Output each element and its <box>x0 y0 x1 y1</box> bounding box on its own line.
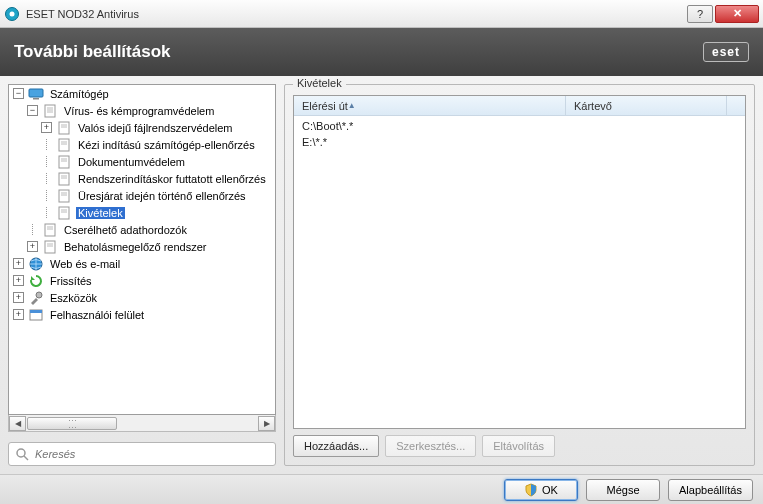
button-label: Eltávolítás <box>493 440 544 452</box>
tree-line <box>41 173 52 184</box>
globe-icon <box>28 256 44 272</box>
default-button[interactable]: Alapbeállítás <box>668 479 753 501</box>
cancel-button[interactable]: Mégse <box>586 479 660 501</box>
listview-body[interactable]: C:\Boot\*.* E:\*.* <box>294 116 745 428</box>
svg-rect-17 <box>59 173 69 185</box>
brand-logo: eset <box>703 42 749 62</box>
list-item-label: C:\Boot\*.* <box>302 120 353 132</box>
exclusions-listview[interactable]: Elérési út ▲ Kártevő C:\Boot\*.* E:\*.* <box>293 95 746 429</box>
computer-icon <box>28 86 44 102</box>
svg-point-1 <box>10 11 15 16</box>
tree-label: Valós idejű fájlrendszervédelem <box>76 122 235 134</box>
svg-rect-20 <box>59 190 69 202</box>
tree-label: Üresjárat idején történő ellenőrzés <box>76 190 248 202</box>
tree-node-idle[interactable]: Üresjárat idején történő ellenőrzés <box>9 187 275 204</box>
header-band: További beállítások eset <box>0 28 763 76</box>
svg-rect-3 <box>33 98 39 100</box>
tree-horizontal-scrollbar[interactable]: ◀ ▶ <box>8 415 276 432</box>
search-input[interactable] <box>35 448 269 460</box>
close-button[interactable]: ✕ <box>715 5 759 23</box>
search-box[interactable] <box>8 442 276 466</box>
tree-node-ui[interactable]: + Felhasználói felület <box>9 306 275 323</box>
tree-node-computer[interactable]: − Számítógép <box>9 85 275 102</box>
window-title: ESET NOD32 Antivirus <box>26 8 687 20</box>
footer: OK Mégse Alapbeállítás <box>0 474 763 504</box>
document-icon <box>56 137 72 153</box>
ok-button[interactable]: OK <box>504 479 578 501</box>
tree-node-update[interactable]: + Frissítés <box>9 272 275 289</box>
document-icon <box>56 154 72 170</box>
column-path[interactable]: Elérési út ▲ <box>294 96 566 115</box>
button-label: OK <box>542 484 558 496</box>
remove-button[interactable]: Eltávolítás <box>482 435 555 457</box>
svg-point-36 <box>17 449 25 457</box>
right-column: Kivételek Elérési út ▲ Kártevő C:\Boot\*… <box>284 84 755 466</box>
tree-label: Frissítés <box>48 275 94 287</box>
collapse-icon[interactable]: − <box>13 88 24 99</box>
svg-rect-23 <box>59 207 69 219</box>
tree-node-docprot[interactable]: Dokumentumvédelem <box>9 153 275 170</box>
window-icon <box>28 307 44 323</box>
expand-icon[interactable]: + <box>27 241 38 252</box>
document-icon <box>56 120 72 136</box>
edit-button[interactable]: Szerkesztés... <box>385 435 476 457</box>
add-button[interactable]: Hozzáadás... <box>293 435 379 457</box>
left-column: − Számítógép − <box>8 84 276 466</box>
document-icon <box>56 205 72 221</box>
scroll-thumb[interactable] <box>27 417 117 430</box>
tree-line <box>27 224 38 235</box>
page-title: További beállítások <box>14 42 703 62</box>
column-label: Kártevő <box>574 100 612 112</box>
expand-icon[interactable]: + <box>13 258 24 269</box>
document-icon <box>42 222 58 238</box>
column-threat[interactable]: Kártevő <box>566 96 727 115</box>
title-bar: ESET NOD32 Antivirus ? ✕ <box>0 0 763 28</box>
list-item-label: E:\*.* <box>302 136 327 148</box>
tree-node-hips[interactable]: + Behatolásmegelőző rendszer <box>9 238 275 255</box>
collapse-icon[interactable]: − <box>27 105 38 116</box>
tree-node-tools[interactable]: + Eszközök <box>9 289 275 306</box>
tree-line <box>41 207 52 218</box>
scroll-track[interactable] <box>26 416 258 431</box>
button-label: Hozzáadás... <box>304 440 368 452</box>
tree-node-removable[interactable]: Cserélhető adathordozók <box>9 221 275 238</box>
search-icon <box>15 447 29 461</box>
button-label: Mégse <box>606 484 639 496</box>
settings-tree[interactable]: − Számítógép − <box>8 84 276 415</box>
svg-line-37 <box>24 456 28 460</box>
list-item[interactable]: E:\*.* <box>302 134 737 150</box>
svg-rect-29 <box>45 241 55 253</box>
tree-label: Cserélhető adathordozók <box>62 224 189 236</box>
exclusions-button-row: Hozzáadás... Szerkesztés... Eltávolítás <box>293 435 746 457</box>
tree-node-ondemand[interactable]: Kézi indítású számítógép-ellenőrzés <box>9 136 275 153</box>
tree-line <box>41 156 52 167</box>
tree-node-av-spy[interactable]: − Vírus- és kémprogramvédelem <box>9 102 275 119</box>
svg-rect-26 <box>45 224 55 236</box>
list-item[interactable]: C:\Boot\*.* <box>302 118 737 134</box>
svg-point-33 <box>36 292 42 298</box>
tree-label: Vírus- és kémprogramvédelem <box>62 105 216 117</box>
scroll-right-button[interactable]: ▶ <box>258 416 275 431</box>
tree-label: Behatolásmegelőző rendszer <box>62 241 208 253</box>
expand-icon[interactable]: + <box>13 292 24 303</box>
tree-label: Kivételek <box>76 207 125 219</box>
expand-icon[interactable]: + <box>13 275 24 286</box>
tree-node-realtime[interactable]: + Valós idejű fájlrendszervédelem <box>9 119 275 136</box>
tree-line <box>41 190 52 201</box>
scroll-left-button[interactable]: ◀ <box>9 416 26 431</box>
tree-node-web-email[interactable]: + Web és e-mail <box>9 255 275 272</box>
tree-label: Web és e-mail <box>48 258 122 270</box>
svg-rect-2 <box>29 89 43 97</box>
button-label: Szerkesztés... <box>396 440 465 452</box>
tree-label: Felhasználói felület <box>48 309 146 321</box>
tree-node-startup[interactable]: Rendszerindításkor futtatott ellenőrzés <box>9 170 275 187</box>
tree-node-exclusions[interactable]: Kivételek <box>9 204 275 221</box>
document-icon <box>56 171 72 187</box>
app-icon <box>4 6 20 22</box>
expand-icon[interactable]: + <box>13 309 24 320</box>
expand-icon[interactable]: + <box>41 122 52 133</box>
help-button[interactable]: ? <box>687 5 713 23</box>
main-area: − Számítógép − <box>0 76 763 474</box>
svg-rect-11 <box>59 139 69 151</box>
tree-label: Dokumentumvédelem <box>76 156 187 168</box>
